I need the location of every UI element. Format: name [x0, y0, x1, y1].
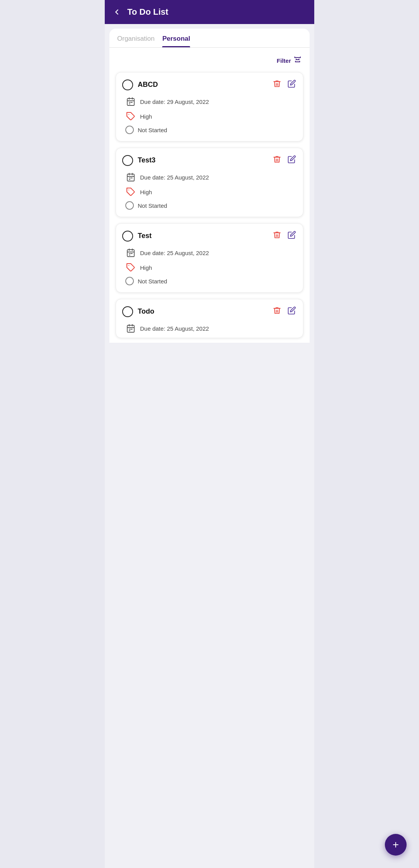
calendar-icon: [125, 323, 136, 334]
calendar-icon: [125, 247, 136, 258]
status-text: Not Started: [138, 278, 167, 285]
due-date-text: Due date: 25 August, 2022: [140, 325, 209, 332]
svg-rect-17: [127, 174, 134, 181]
status-text: Not Started: [138, 127, 167, 133]
task-checkbox[interactable]: [122, 155, 133, 166]
task-card: ABCD: [116, 72, 303, 142]
priority-row: High: [125, 262, 297, 273]
tabs-container: Organisation Personal Filter: [109, 29, 310, 343]
calendar-icon: [125, 96, 136, 107]
task-card-header: Test3: [122, 154, 297, 166]
task-actions: [272, 79, 297, 91]
priority-icon: [125, 111, 136, 122]
task-actions: [272, 230, 297, 242]
priority-text: High: [140, 189, 152, 195]
task-details: Due date: 25 August, 2022 High: [122, 247, 297, 285]
priority-icon: [125, 186, 136, 197]
due-date-text: Due date: 25 August, 2022: [140, 250, 209, 256]
priority-text: High: [140, 113, 152, 120]
task-title: Test: [138, 232, 152, 240]
tab-personal[interactable]: Personal: [162, 35, 190, 47]
task-card-header: Test: [122, 230, 297, 242]
task-card: Test: [116, 223, 303, 293]
due-date-row: Due date: 25 August, 2022: [125, 247, 297, 258]
task-checkbox[interactable]: [122, 79, 133, 90]
due-date-text: Due date: 29 August, 2022: [140, 98, 209, 105]
status-row: Not Started: [125, 201, 297, 210]
status-circle: [125, 126, 134, 134]
back-button[interactable]: [113, 8, 121, 16]
svg-rect-33: [127, 325, 134, 332]
task-card: Test3: [116, 148, 303, 217]
edit-button[interactable]: [287, 230, 297, 242]
status-row: Not Started: [125, 126, 297, 134]
task-title: ABCD: [138, 81, 158, 89]
task-title-row: Test: [122, 231, 152, 242]
task-card: Todo: [116, 299, 303, 338]
delete-button[interactable]: [272, 305, 282, 318]
calendar-icon: [125, 172, 136, 183]
due-date-row: Due date: 25 August, 2022: [125, 172, 297, 183]
task-title: Todo: [138, 307, 154, 316]
status-circle: [125, 277, 134, 285]
main-content: Filter: [109, 48, 310, 343]
priority-row: High: [125, 111, 297, 122]
svg-rect-9: [127, 98, 134, 105]
status-circle: [125, 201, 134, 210]
task-actions: [272, 154, 297, 166]
priority-row: High: [125, 186, 297, 197]
task-checkbox[interactable]: [122, 306, 133, 317]
task-checkbox[interactable]: [122, 231, 133, 242]
task-title-row: Todo: [122, 306, 154, 317]
task-title-row: Test3: [122, 155, 156, 166]
status-text: Not Started: [138, 202, 167, 209]
filter-row: Filter: [116, 52, 303, 72]
task-details: Due date: 25 August, 2022: [122, 323, 297, 334]
due-date-text: Due date: 25 August, 2022: [140, 174, 209, 181]
task-title-row: ABCD: [122, 79, 158, 90]
delete-button[interactable]: [272, 230, 282, 242]
filter-label: Filter: [277, 57, 291, 64]
header: To Do List: [105, 0, 314, 24]
due-date-row: Due date: 29 August, 2022: [125, 96, 297, 107]
due-date-row: Due date: 25 August, 2022: [125, 323, 297, 334]
edit-button[interactable]: [287, 305, 297, 318]
tabs-row: Organisation Personal: [109, 29, 310, 47]
filter-icon[interactable]: [293, 55, 302, 66]
priority-text: High: [140, 264, 152, 271]
task-card-header: Todo: [122, 305, 297, 318]
task-actions: [272, 305, 297, 318]
edit-button[interactable]: [287, 154, 297, 166]
task-card-header: ABCD: [122, 79, 297, 91]
page-title: To Do List: [127, 7, 168, 17]
task-list: ABCD: [116, 72, 303, 338]
delete-button[interactable]: [272, 154, 282, 166]
delete-button[interactable]: [272, 79, 282, 91]
priority-icon: [125, 262, 136, 273]
content-wrapper: Organisation Personal Filter: [105, 24, 314, 868]
task-details: Due date: 29 August, 2022 High: [122, 96, 297, 134]
task-title: Test3: [138, 156, 156, 164]
svg-rect-25: [127, 250, 134, 257]
tab-organisation[interactable]: Organisation: [117, 35, 154, 47]
edit-button[interactable]: [287, 79, 297, 91]
task-details: Due date: 25 August, 2022 High: [122, 172, 297, 210]
status-row: Not Started: [125, 277, 297, 285]
